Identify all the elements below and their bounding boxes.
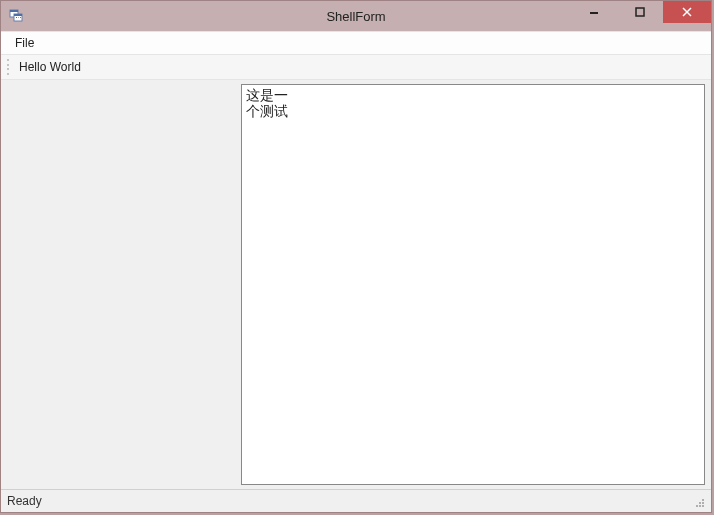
svg-point-14 [696,505,698,507]
minimize-button[interactable] [571,1,617,23]
title-bar[interactable]: ShellForm [1,1,711,31]
toolbar: Hello World [1,55,711,80]
svg-point-11 [702,505,704,507]
svg-point-15 [699,502,701,504]
menu-file[interactable]: File [7,34,42,52]
svg-rect-7 [590,12,598,14]
app-icon [9,8,25,24]
text-editor[interactable]: 这是一 个测试 [241,84,705,485]
svg-rect-5 [18,17,19,18]
svg-rect-8 [636,8,644,16]
svg-point-16 [702,499,704,501]
svg-rect-6 [20,17,21,18]
toolbar-grip-icon[interactable] [5,59,11,75]
resize-grip-icon[interactable] [691,494,705,508]
toolbar-label: Hello World [15,60,85,74]
application-window: ShellForm File Hello World 这 [0,0,712,513]
svg-point-12 [699,505,701,507]
menu-bar: File [1,31,711,55]
window-controls [571,1,711,31]
svg-rect-2 [10,10,18,12]
svg-rect-3 [14,14,22,16]
client-area: 这是一 个测试 [1,80,711,489]
maximize-button[interactable] [617,1,663,23]
status-bar: Ready [1,489,711,512]
status-text: Ready [7,494,42,508]
svg-point-13 [702,502,704,504]
close-button[interactable] [663,1,711,23]
editor-container: 这是一 个测试 [241,80,711,489]
svg-rect-4 [16,17,17,18]
left-panel [1,80,241,489]
